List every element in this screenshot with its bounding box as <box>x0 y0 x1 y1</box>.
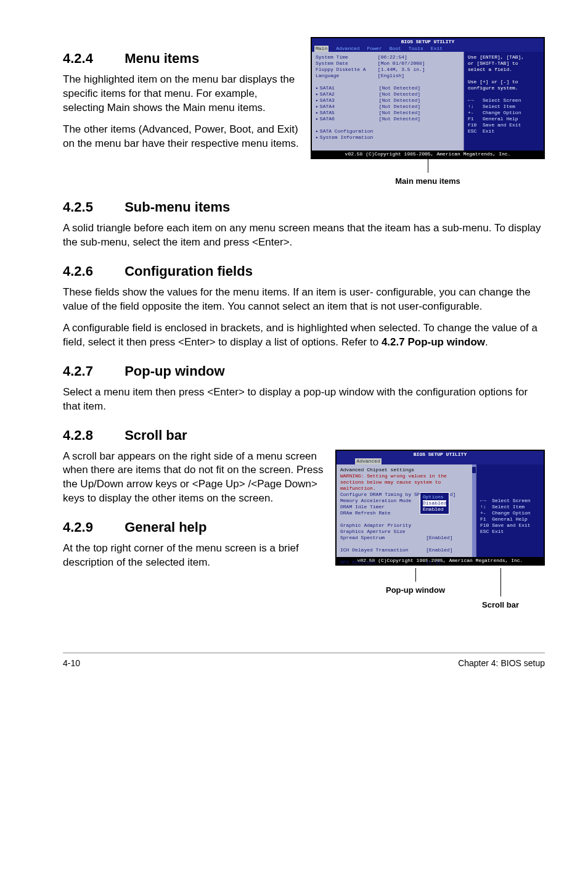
key: ↑↓ <box>468 104 474 109</box>
bios-copyright: v02.58 (C)Copyright 1985-2005, American … <box>312 151 544 158</box>
key: ↑↓ <box>480 504 486 510</box>
heading-num: 4.2.7 <box>63 363 121 379</box>
field-value: [Not Detected] <box>379 116 420 122</box>
help-line: select a field. <box>468 67 540 73</box>
bios-scrollbar <box>472 464 476 557</box>
key-desc: Select Item <box>483 104 515 109</box>
bios-menubar: Main Advanced Power Boot Tools Exit <box>312 46 544 52</box>
help-line: or [SHIFT-TAB] to <box>468 60 540 67</box>
heading-425: 4.2.5 Sub-menu items <box>63 199 545 215</box>
key: F1 <box>480 516 486 522</box>
bios-title: BIOS SETUP UTILITY <box>337 451 544 458</box>
field-label: Floppy Diskette A <box>316 67 366 72</box>
key-desc: Select Item <box>492 504 525 510</box>
heading-num: 4.2.8 <box>63 427 121 444</box>
bios-title: BIOS SETUP UTILITY <box>312 38 544 46</box>
heading-title: General help <box>125 519 206 535</box>
field-value: [1.4] <box>426 559 441 565</box>
submenu-item: SATA Configuration <box>320 128 373 134</box>
field-value: [Enabled] <box>426 547 452 553</box>
key: +- <box>468 110 474 115</box>
key-desc: Select Screen <box>483 97 521 103</box>
key-desc: Exit <box>492 529 504 534</box>
bios-help-panel: Use [ENTER], [TAB], or [SHIFT-TAB] to se… <box>463 52 544 151</box>
field-label: SATA1 <box>320 85 335 91</box>
field-label: SATA3 <box>320 97 335 103</box>
key-desc: Save and Exit <box>483 122 521 128</box>
field-value: [Not Detected] <box>379 91 420 97</box>
key-desc: Exit <box>483 128 494 134</box>
key: ESC <box>468 128 476 134</box>
key-desc: Select Screen <box>492 498 530 503</box>
key: ←→ <box>480 498 486 503</box>
popup-option: Enabled <box>423 506 446 513</box>
field-label: Spread Spectrum <box>340 535 385 540</box>
field-value: [1.44M, 3.5 in.] <box>378 67 425 72</box>
menu-tab: Power <box>367 46 382 52</box>
key: ←→ <box>468 97 474 103</box>
field-label: SATA5 <box>320 110 335 115</box>
field-label: System Time <box>316 54 348 60</box>
heading-title: Configuration fields <box>125 263 253 279</box>
key: F10 <box>468 122 476 128</box>
help-line: Use [ENTER], [TAB], <box>468 54 540 60</box>
figure-caption: Main menu items <box>395 176 460 186</box>
paragraph: These fields show the values for the men… <box>63 286 545 314</box>
heading-424: 4.2.4 Menu items <box>63 51 300 67</box>
field-label: Language <box>316 73 339 78</box>
menu-tab: Main <box>314 46 329 52</box>
field-label: System Date <box>316 60 348 66</box>
heading-num: 4.2.9 <box>63 519 121 535</box>
bios-help-panel: ←→ Select Screen ↑↓ Select Item +- Chang… <box>476 464 544 557</box>
heading-title: Scroll bar <box>125 427 187 443</box>
field-value: [English] <box>378 73 404 78</box>
submenu-item: System Information <box>320 134 373 140</box>
field-label: DRAm Refresh Rate <box>340 510 391 516</box>
menu-tab: Tools <box>409 46 423 52</box>
field-value: [Not Detected] <box>379 104 420 109</box>
field-label: Graphics Aperture Size <box>340 529 406 534</box>
heading-title: Pop-up window <box>125 363 225 379</box>
figure-caption: Pop-up window <box>386 585 445 595</box>
field-value: [Mon 01/07/2008] <box>378 60 425 66</box>
field-value: [Not Detected] <box>379 110 420 115</box>
scrollbar-thumb <box>472 467 476 473</box>
menu-tab: Boot <box>390 46 401 52</box>
bios-popup: Options Disabled Enabled <box>420 492 449 514</box>
chapter-label: Chapter 4: BIOS setup <box>458 658 545 668</box>
heading-428: 4.2.8 Scroll bar <box>63 427 545 444</box>
paragraph: A solid triangle before each item on any… <box>63 221 545 250</box>
paragraph: A scroll bar appears on the right side o… <box>63 450 324 506</box>
heading-num: 4.2.4 <box>63 51 121 67</box>
paragraph: At the top right corner of the menu scre… <box>63 542 324 570</box>
field-label: SATA2 <box>320 91 335 97</box>
paragraph: The highlighted item on the menu bar dis… <box>63 73 300 115</box>
paragraph: Select a menu item then press <Enter> to… <box>63 386 545 414</box>
key: ESC <box>480 529 489 534</box>
heading-427: 4.2.7 Pop-up window <box>63 363 545 379</box>
key-desc: General Help <box>492 516 528 522</box>
panel-heading: Advanced Chipset settings <box>340 467 472 473</box>
key-desc: Change Option <box>492 510 530 516</box>
heading-title: Menu items <box>125 51 199 66</box>
field-value: [Enabled] <box>426 535 452 540</box>
menu-tab: Advanced <box>355 458 381 464</box>
field-label: Graphic Adapter Priority <box>340 522 411 528</box>
callout-line <box>415 568 416 582</box>
heading-426: 4.2.6 Configuration fields <box>63 263 545 279</box>
bios-screenshot-advanced: BIOS SETUP UTILITY Advanced Advanced Chi… <box>335 450 545 566</box>
key: +- <box>480 510 486 516</box>
menu-tab: Advanced <box>336 46 359 52</box>
figure-caption: Scroll bar <box>482 600 519 609</box>
key-desc: General Help <box>483 116 518 122</box>
bios-menubar: Advanced <box>337 458 544 464</box>
page-number: 4-10 <box>63 658 80 668</box>
key: F10 <box>480 522 489 528</box>
field-label: Memory Acceleration Mode <box>340 498 411 503</box>
field-value: [Not Detected] <box>379 85 420 91</box>
key: F1 <box>468 116 474 122</box>
field-label: DRAM Idle Timer <box>340 504 385 510</box>
field-value: [06:22:54] <box>378 54 407 60</box>
paragraph: A configurable field is enclosed in brac… <box>63 321 545 350</box>
field-value: [Not Detected] <box>379 97 420 103</box>
